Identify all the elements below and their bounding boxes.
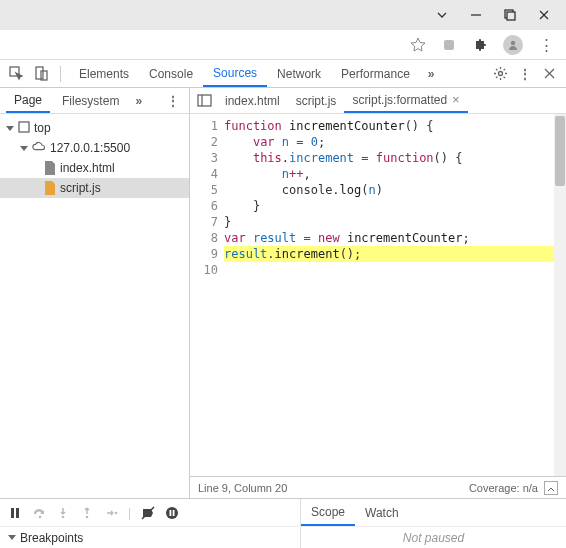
navigator-tabs: Page Filesystem » ⋮ — [0, 88, 189, 114]
divider — [60, 66, 61, 82]
svg-point-21 — [115, 511, 118, 514]
line-gutter: 12345678910 — [190, 114, 224, 476]
breakpoints-label: Breakpoints — [20, 531, 83, 545]
kebab-icon[interactable]: ⋮ — [515, 67, 535, 81]
extension-icon[interactable] — [441, 37, 457, 53]
editor-tab[interactable]: index.html — [217, 88, 288, 113]
svg-rect-14 — [198, 95, 211, 106]
svg-point-20 — [86, 515, 89, 518]
editor-tab-label: script.js — [296, 94, 337, 108]
tree-file[interactable]: index.html — [0, 158, 189, 178]
pause-on-exceptions-icon[interactable] — [165, 506, 179, 520]
window-titlebar — [0, 0, 566, 30]
editor-content[interactable]: 12345678910 function incrementCounter() … — [190, 114, 566, 476]
close-icon[interactable]: × — [452, 92, 460, 107]
nav-toggle-icon[interactable] — [197, 93, 212, 108]
tree-origin-label: 127.0.0.1:5500 — [50, 141, 130, 155]
editor-tab[interactable]: script.js:formatted× — [344, 88, 467, 113]
editor-panel: index.htmlscript.jsscript.js:formatted× … — [190, 88, 566, 498]
scroll-thumb[interactable] — [555, 116, 565, 186]
step-into-icon[interactable] — [56, 506, 70, 520]
file-icon — [44, 161, 56, 175]
inspect-icon[interactable] — [9, 66, 24, 81]
tree-file-label: script.js — [60, 181, 101, 195]
more-tabs-icon[interactable]: » — [424, 67, 439, 81]
step-over-icon[interactable] — [32, 506, 46, 520]
debugger-row: Breakpoints Not paused — [0, 526, 566, 548]
svg-rect-5 — [444, 40, 454, 50]
step-out-icon[interactable] — [80, 506, 94, 520]
editor-tabs: index.htmlscript.jsscript.js:formatted× — [190, 88, 566, 114]
debugger-controls: | — [0, 506, 300, 520]
avatar[interactable] — [503, 35, 523, 55]
puzzle-icon[interactable] — [472, 37, 488, 53]
frame-icon — [18, 121, 30, 136]
editor-tab[interactable]: script.js — [288, 88, 345, 113]
tree-top[interactable]: top — [0, 118, 189, 138]
chevron-down-icon — [20, 146, 28, 151]
breakpoints-section[interactable]: Breakpoints — [0, 527, 300, 548]
devtools: ElementsConsoleSourcesNetworkPerformance… — [0, 60, 566, 548]
cloud-icon — [32, 140, 46, 157]
svg-rect-16 — [11, 508, 14, 518]
close-devtools-icon[interactable] — [542, 66, 557, 81]
tab-watch[interactable]: Watch — [355, 499, 409, 526]
cursor-position: Line 9, Column 20 — [198, 482, 287, 494]
device-icon[interactable] — [34, 66, 49, 81]
devtools-tab-network[interactable]: Network — [267, 60, 331, 87]
svg-point-6 — [511, 40, 515, 44]
kebab-icon[interactable]: ⋮ — [163, 94, 183, 108]
star-icon[interactable] — [410, 37, 426, 53]
step-icon[interactable] — [104, 506, 118, 520]
svg-point-23 — [166, 507, 178, 519]
format-icon[interactable] — [544, 481, 558, 495]
tree-file[interactable]: script.js — [0, 178, 189, 198]
debugger-side-tabs: Scope Watch — [300, 499, 566, 526]
editor-tab-label: index.html — [225, 94, 280, 108]
svg-rect-8 — [36, 67, 43, 79]
dropdown-icon[interactable] — [435, 8, 449, 22]
close-button[interactable] — [537, 8, 551, 22]
devtools-toolbar: ElementsConsoleSourcesNetworkPerformance… — [0, 60, 566, 88]
devtools-tab-sources[interactable]: Sources — [203, 60, 267, 87]
tree-top-label: top — [34, 121, 51, 135]
svg-rect-13 — [19, 122, 29, 132]
js-file-icon — [44, 181, 56, 195]
code-area[interactable]: function incrementCounter() { var n = 0;… — [224, 114, 566, 476]
navigator-tab-filesystem[interactable]: Filesystem — [54, 88, 127, 113]
devtools-tab-elements[interactable]: Elements — [69, 60, 139, 87]
svg-point-10 — [499, 72, 503, 76]
navigator-panel: Page Filesystem » ⋮ top 127.0.0. — [0, 88, 190, 498]
file-tree: top 127.0.0.1:5500 index.html script.js — [0, 114, 189, 202]
svg-rect-17 — [16, 508, 19, 518]
editor-tab-label: script.js:formatted — [352, 93, 447, 107]
scope-not-paused: Not paused — [300, 527, 566, 548]
editor-status: Line 9, Column 20 Coverage: n/a — [190, 476, 566, 498]
svg-rect-25 — [173, 510, 175, 516]
coverage-status: Coverage: n/a — [469, 482, 538, 494]
debugger-bar: | Scope Watch — [0, 498, 566, 526]
more-nav-icon[interactable]: » — [131, 94, 146, 108]
devtools-tab-performance[interactable]: Performance — [331, 60, 420, 87]
devtools-tab-console[interactable]: Console — [139, 60, 203, 87]
svg-rect-2 — [507, 12, 515, 20]
chevron-down-icon — [6, 126, 14, 131]
browser-toolbar: ⋮ — [0, 30, 566, 60]
devtools-tabs: ElementsConsoleSourcesNetworkPerformance — [69, 60, 420, 87]
tree-origin[interactable]: 127.0.0.1:5500 — [0, 138, 189, 158]
svg-rect-24 — [170, 510, 172, 516]
tree-file-label: index.html — [60, 161, 115, 175]
maximize-button[interactable] — [503, 8, 517, 22]
kebab-icon[interactable]: ⋮ — [538, 37, 554, 53]
svg-point-19 — [62, 515, 65, 518]
pause-icon[interactable] — [8, 506, 22, 520]
minimize-button[interactable] — [469, 8, 483, 22]
tab-scope[interactable]: Scope — [301, 499, 355, 526]
scrollbar[interactable] — [554, 114, 566, 476]
navigator-tab-page[interactable]: Page — [6, 88, 50, 113]
chevron-down-icon — [8, 535, 16, 540]
deactivate-breakpoints-icon[interactable] — [141, 506, 155, 520]
svg-point-18 — [39, 515, 42, 518]
gear-icon[interactable] — [493, 66, 508, 81]
